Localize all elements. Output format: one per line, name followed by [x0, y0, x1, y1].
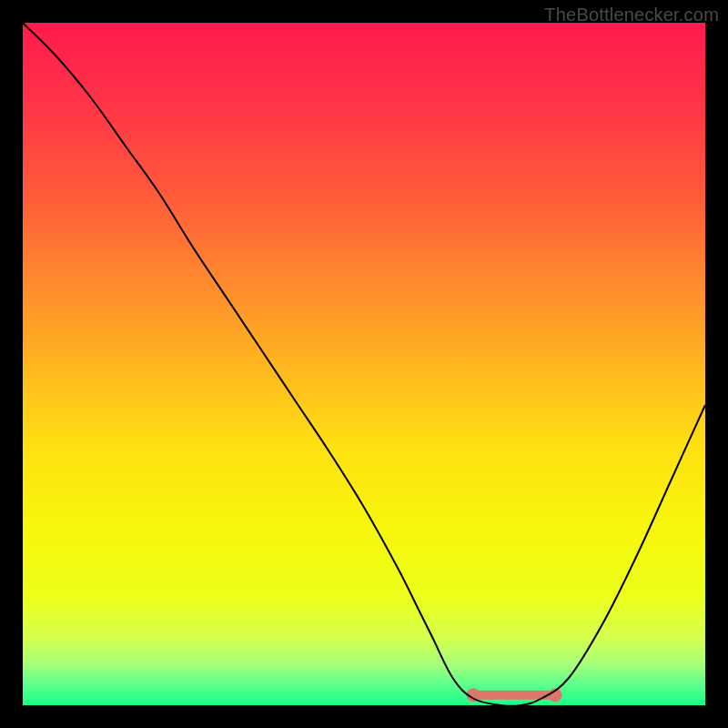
bottleneck-curve [23, 23, 705, 705]
plot-area [23, 23, 705, 705]
curve-layer [23, 23, 705, 705]
chart-container: TheBottleneсker.com [0, 0, 728, 728]
attribution-label: TheBottleneсker.com [544, 5, 719, 25]
